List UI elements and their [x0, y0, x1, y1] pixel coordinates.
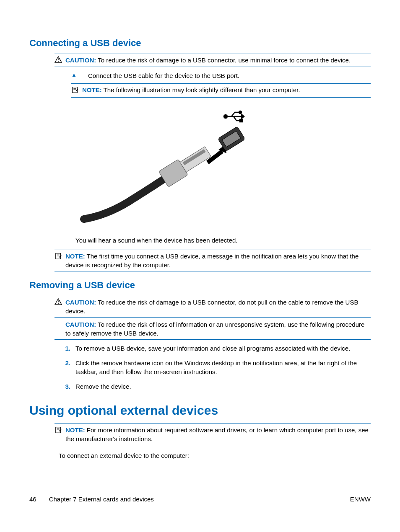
- note-callout: NOTE: The following illustration may loo…: [71, 83, 371, 98]
- note-text: For more information about required soft…: [65, 426, 369, 442]
- heading-removing-usb: Removing a USB device: [29, 280, 371, 291]
- caution-callout: CAUTION: To reduce the risk of damage to…: [55, 54, 371, 67]
- usb-illustration: [75, 106, 256, 227]
- caution-text: To reduce the risk of loss of informatio…: [65, 321, 364, 337]
- numbered-step: 1. To remove a USB device, save your inf…: [59, 344, 371, 353]
- svg-point-18: [58, 303, 59, 304]
- warning-icon: [55, 56, 63, 65]
- note-icon: [55, 426, 63, 436]
- triangle-bullet-icon: ▲: [71, 71, 88, 79]
- note-callout: NOTE: For more information about require…: [55, 424, 371, 445]
- note-label: NOTE:: [82, 86, 102, 93]
- svg-point-13: [239, 111, 242, 114]
- caution-text: To reduce the risk of damage to a USB co…: [65, 299, 358, 315]
- page-number: 46: [29, 496, 36, 503]
- heading-external-devices: Using optional external devices: [29, 403, 371, 418]
- note-icon: [55, 252, 63, 262]
- svg-rect-6: [180, 147, 211, 172]
- warning-icon: [55, 298, 63, 307]
- note-label: NOTE:: [65, 426, 85, 434]
- chapter-title: Chapter 7 External cards and devices: [49, 496, 154, 503]
- note-label: NOTE:: [65, 253, 85, 260]
- note-text: The following illustration may look slig…: [104, 86, 300, 93]
- paragraph-text: To connect an external device to the com…: [59, 451, 371, 460]
- caution-callout: CAUTION: To reduce the risk of damage to…: [55, 296, 371, 318]
- heading-connecting-usb: Connecting a USB device: [29, 38, 371, 49]
- page-footer: 46 Chapter 7 External cards and devices …: [29, 496, 371, 503]
- footer-right: ENWW: [350, 496, 371, 503]
- caution-label: CAUTION:: [65, 321, 96, 328]
- numbered-step: 2. Click the remove hardware icon on the…: [59, 359, 371, 376]
- step-item: ▲ Connect the USB cable for the device t…: [71, 71, 371, 80]
- caution-label: CAUTION:: [65, 299, 96, 306]
- step-number: 3.: [59, 382, 75, 391]
- post-image-text: You will hear a sound when the device ha…: [75, 236, 371, 245]
- svg-rect-12: [240, 119, 242, 122]
- step-number: 2.: [59, 359, 75, 367]
- note-callout: NOTE: The first time you connect a USB d…: [55, 250, 371, 271]
- caution-label: CAUTION:: [65, 57, 96, 64]
- svg-point-1: [58, 61, 59, 62]
- step-text: Connect the USB cable for the device to …: [88, 71, 239, 80]
- caution-text: To reduce the risk of damage to a USB co…: [98, 57, 351, 64]
- caution-callout: CAUTION: To reduce the risk of loss of i…: [55, 318, 371, 340]
- note-text: The first time you connect a USB device,…: [65, 253, 358, 269]
- step-text: To remove a USB device, save your inform…: [75, 344, 350, 353]
- step-text: Remove the device.: [75, 382, 131, 391]
- step-text: Click the remove hardware icon on the Wi…: [75, 359, 371, 376]
- svg-rect-14: [56, 253, 61, 259]
- step-number: 1.: [59, 344, 75, 353]
- note-icon: [71, 85, 80, 96]
- numbered-step: 3. Remove the device.: [59, 382, 371, 391]
